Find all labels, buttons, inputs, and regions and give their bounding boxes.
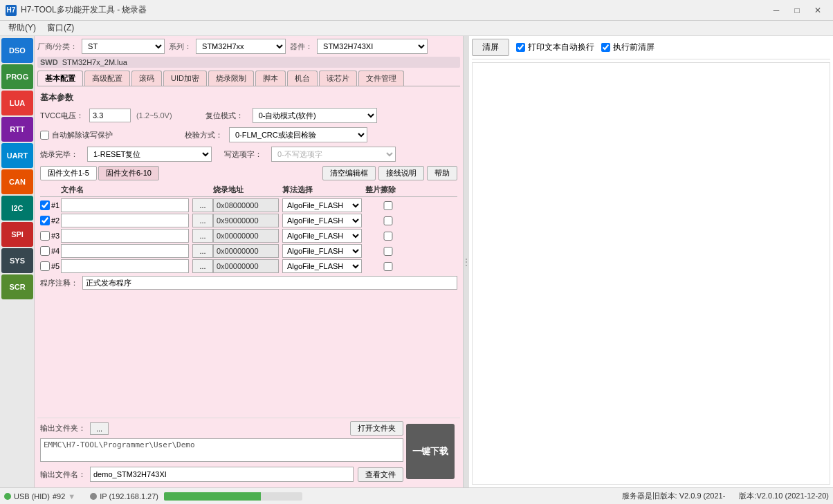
sidebar-btn-rtt[interactable]: RTT <box>1 117 33 142</box>
tab-script[interactable]: 脚本 <box>255 71 286 86</box>
tab-scroll[interactable]: 滚码 <box>131 71 162 86</box>
tab-uid[interactable]: UID加密 <box>163 71 207 86</box>
reset-select[interactable]: 0-自动模式(软件) <box>253 108 377 123</box>
close-button[interactable]: ✕ <box>808 3 827 18</box>
sidebar-btn-uart[interactable]: UART <box>1 143 33 168</box>
progress-fill <box>164 492 261 501</box>
file-5-checkbox[interactable] <box>40 261 50 271</box>
file-2-erase[interactable] <box>376 216 400 225</box>
file-3-addr[interactable] <box>213 229 279 243</box>
filename-label: 输出文件名： <box>40 469 86 480</box>
file-1-checkbox[interactable] <box>40 200 50 210</box>
tab-basic-config[interactable]: 基本配置 <box>37 71 83 86</box>
middle-bottom: 输出文件夹： ... 打开文件夹 EMMC\H7-TOOL\Programmer… <box>40 421 403 482</box>
tab-advanced-config[interactable]: 高级配置 <box>84 71 130 86</box>
swd-label: SWD <box>40 58 58 66</box>
file-5-algo[interactable]: AlgoFile_FLASH <box>282 259 362 273</box>
file-4-checkbox[interactable] <box>40 246 50 256</box>
menu-help[interactable]: 帮助(Y) <box>3 21 42 35</box>
auto-exec-item: 打印文本自动换行 <box>516 41 594 53</box>
file-4-addr[interactable] <box>213 244 279 258</box>
sidebar-btn-sys[interactable]: SYS <box>1 248 33 273</box>
titlebar: H7 H7-TOOL多功能开发工具 - 烧录器 ─ □ ✕ <box>0 0 833 21</box>
clear-before-label: 执行前清屏 <box>613 41 654 53</box>
sidebar-btn-scr[interactable]: SCR <box>1 274 33 299</box>
file-5-browse[interactable]: ... <box>192 259 213 273</box>
file-1-algo[interactable]: AlgoFile_FLASH <box>282 198 362 212</box>
file-3-algo[interactable]: AlgoFile_FLASH <box>282 229 362 243</box>
splitter[interactable]: ⋮ <box>464 36 469 487</box>
device-row: 厂商/分类： ST 系列： STM32H7xx 器件： STM32H743XI <box>37 39 460 54</box>
clear-edit-btn[interactable]: 清空编辑框 <box>322 166 376 180</box>
file-4-input[interactable] <box>61 244 189 258</box>
tab-limit[interactable]: 烧录限制 <box>208 71 254 86</box>
manufacturer-select[interactable]: ST <box>82 39 165 54</box>
finish-label: 烧录完毕： <box>40 149 82 160</box>
file-4-erase[interactable] <box>376 247 400 256</box>
file-1-addr[interactable] <box>213 198 279 212</box>
file-row-2: #2 ... AlgoFile_FLASH <box>40 214 457 227</box>
maximize-button[interactable]: □ <box>787 3 807 18</box>
series-select[interactable]: STM32H7xx <box>196 39 286 54</box>
auto-unlock-checkbox[interactable] <box>40 131 49 140</box>
file-tab-6-10[interactable]: 固件文件6-10 <box>98 166 159 180</box>
file-4-algo[interactable]: AlgoFile_FLASH <box>282 244 362 258</box>
files-tabs: 固件文件1-5 固件文件6-10 <box>40 166 159 180</box>
sidebar-btn-spi[interactable]: SPI <box>1 222 33 247</box>
sidebar-btn-prog[interactable]: PROG <box>1 64 33 89</box>
tab-filemanage[interactable]: 文件管理 <box>358 71 404 86</box>
status-right: 服务器是旧版本: V2.0.9 (2021- 版本:V2.0.10 (2021-… <box>622 491 829 501</box>
file-2-algo[interactable]: AlgoFile_FLASH <box>282 214 362 227</box>
tvcc-hint: (1.2~5.0V) <box>136 111 172 120</box>
menu-window[interactable]: 窗口(Z) <box>42 21 80 35</box>
filename-input[interactable] <box>90 467 354 482</box>
file-5-addr[interactable] <box>213 259 279 273</box>
tab-station[interactable]: 机台 <box>287 71 318 86</box>
version: 版本:V2.0.10 (2021-12-20) <box>739 491 829 501</box>
output-browse-btn[interactable]: ... <box>90 422 109 435</box>
sidebar-btn-can[interactable]: CAN <box>1 169 33 194</box>
file-1-browse[interactable]: ... <box>192 198 213 212</box>
auto-exec-checkbox[interactable] <box>516 43 525 52</box>
file-1-input[interactable] <box>61 198 189 212</box>
file-2-input[interactable] <box>61 214 189 227</box>
bottom-layout: 输出文件夹： ... 打开文件夹 EMMC\H7-TOOL\Programmer… <box>40 421 457 482</box>
download-btn[interactable]: 一键下载 <box>406 424 455 479</box>
verify-select[interactable]: 0-FLM_CRC或读回检验 <box>229 127 367 142</box>
file-1-erase[interactable] <box>376 201 400 210</box>
note-input[interactable] <box>82 276 457 290</box>
tvcc-input[interactable] <box>89 109 131 122</box>
file-2-browse[interactable]: ... <box>192 214 213 227</box>
usb-label: USB (HID) <box>14 492 50 501</box>
file-2-checkbox[interactable] <box>40 216 50 225</box>
reset-label: 复位模式： <box>205 111 247 121</box>
help-btn[interactable]: 帮助 <box>427 166 457 180</box>
device-select[interactable]: STM32H743XI <box>317 39 428 54</box>
sidebar-btn-lua[interactable]: LUA <box>1 91 33 115</box>
open-folder-btn[interactable]: 打开文件夹 <box>350 421 403 436</box>
sidebar-btn-i2c[interactable]: I2C <box>1 196 33 221</box>
log-area <box>472 62 830 485</box>
file-2-addr[interactable] <box>213 214 279 227</box>
minimize-button[interactable]: ─ <box>767 3 786 18</box>
menubar: 帮助(Y) 窗口(Z) <box>0 21 833 36</box>
file-3-browse[interactable]: ... <box>192 229 213 243</box>
finish-select[interactable]: 1-RESET复位 <box>87 147 212 162</box>
clear-before-checkbox[interactable] <box>601 43 610 52</box>
file-4-browse[interactable]: ... <box>192 244 213 258</box>
connect-guide-btn[interactable]: 接线说明 <box>378 166 424 180</box>
output-path-area[interactable]: EMMC\H7-TOOL\Programmer\User\Demo <box>40 438 403 462</box>
tab-readchip[interactable]: 读芯片 <box>319 71 357 86</box>
view-file-btn[interactable]: 查看文件 <box>358 467 403 482</box>
main-layout: DSO PROG LUA RTT UART CAN I2C SPI SYS SC… <box>0 36 833 487</box>
ip-status: IP (192.168.1.27) <box>90 492 158 501</box>
file-tab-1-5[interactable]: 固件文件1-5 <box>40 166 97 180</box>
file-3-checkbox[interactable] <box>40 231 50 241</box>
sidebar-btn-dso[interactable]: DSO <box>1 38 33 63</box>
file-5-erase[interactable] <box>376 262 400 271</box>
file-3-erase[interactable] <box>376 232 400 241</box>
file-5-input[interactable] <box>61 259 189 273</box>
clear-screen-btn[interactable]: 清屏 <box>472 39 509 56</box>
write-select-select[interactable]: 0-不写选项字 <box>271 147 396 162</box>
file-3-input[interactable] <box>61 229 189 243</box>
